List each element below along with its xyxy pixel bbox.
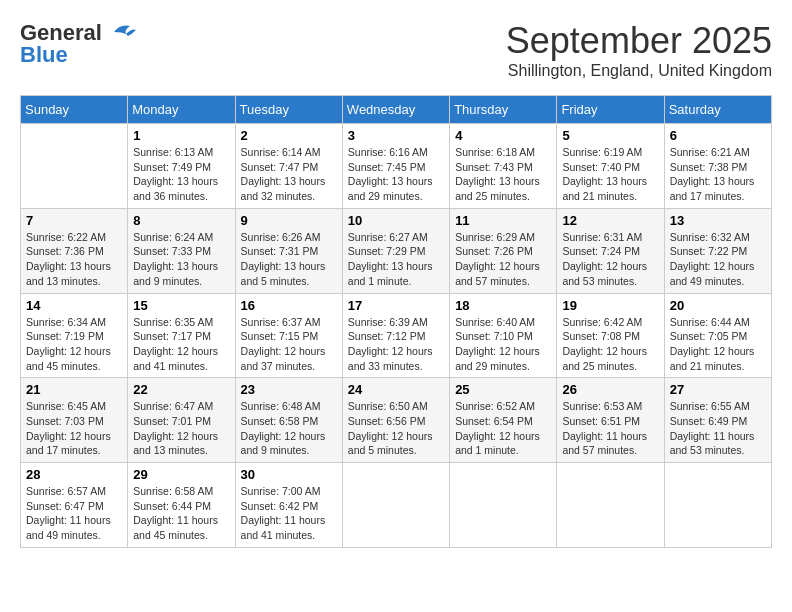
- day-info: Sunrise: 6:16 AMSunset: 7:45 PMDaylight:…: [348, 145, 444, 204]
- calendar-cell: 8Sunrise: 6:24 AMSunset: 7:33 PMDaylight…: [128, 208, 235, 293]
- day-number: 30: [241, 467, 337, 482]
- day-info: Sunrise: 6:39 AMSunset: 7:12 PMDaylight:…: [348, 315, 444, 374]
- day-info: Sunrise: 6:19 AMSunset: 7:40 PMDaylight:…: [562, 145, 658, 204]
- day-info: Sunrise: 6:14 AMSunset: 7:47 PMDaylight:…: [241, 145, 337, 204]
- calendar-week-2: 7Sunrise: 6:22 AMSunset: 7:36 PMDaylight…: [21, 208, 772, 293]
- calendar-cell: 15Sunrise: 6:35 AMSunset: 7:17 PMDayligh…: [128, 293, 235, 378]
- calendar-header-sunday: Sunday: [21, 96, 128, 124]
- day-info: Sunrise: 6:53 AMSunset: 6:51 PMDaylight:…: [562, 399, 658, 458]
- month-title: September 2025: [506, 20, 772, 62]
- day-number: 7: [26, 213, 122, 228]
- calendar-cell: 22Sunrise: 6:47 AMSunset: 7:01 PMDayligh…: [128, 378, 235, 463]
- day-number: 15: [133, 298, 229, 313]
- day-info: Sunrise: 6:44 AMSunset: 7:05 PMDaylight:…: [670, 315, 766, 374]
- day-number: 1: [133, 128, 229, 143]
- calendar-week-5: 28Sunrise: 6:57 AMSunset: 6:47 PMDayligh…: [21, 463, 772, 548]
- calendar-cell: 27Sunrise: 6:55 AMSunset: 6:49 PMDayligh…: [664, 378, 771, 463]
- day-info: Sunrise: 6:27 AMSunset: 7:29 PMDaylight:…: [348, 230, 444, 289]
- day-info: Sunrise: 6:42 AMSunset: 7:08 PMDaylight:…: [562, 315, 658, 374]
- day-number: 18: [455, 298, 551, 313]
- calendar-cell: [450, 463, 557, 548]
- calendar-week-1: 1Sunrise: 6:13 AMSunset: 7:49 PMDaylight…: [21, 124, 772, 209]
- calendar-cell: 10Sunrise: 6:27 AMSunset: 7:29 PMDayligh…: [342, 208, 449, 293]
- logo-blue: Blue: [20, 42, 68, 68]
- calendar-cell: 18Sunrise: 6:40 AMSunset: 7:10 PMDayligh…: [450, 293, 557, 378]
- day-number: 21: [26, 382, 122, 397]
- day-info: Sunrise: 6:45 AMSunset: 7:03 PMDaylight:…: [26, 399, 122, 458]
- calendar-cell: 29Sunrise: 6:58 AMSunset: 6:44 PMDayligh…: [128, 463, 235, 548]
- day-number: 14: [26, 298, 122, 313]
- day-info: Sunrise: 6:47 AMSunset: 7:01 PMDaylight:…: [133, 399, 229, 458]
- calendar-header-friday: Friday: [557, 96, 664, 124]
- calendar-cell: [664, 463, 771, 548]
- calendar-cell: 16Sunrise: 6:37 AMSunset: 7:15 PMDayligh…: [235, 293, 342, 378]
- day-info: Sunrise: 6:52 AMSunset: 6:54 PMDaylight:…: [455, 399, 551, 458]
- calendar-cell: 6Sunrise: 6:21 AMSunset: 7:38 PMDaylight…: [664, 124, 771, 209]
- day-number: 29: [133, 467, 229, 482]
- day-info: Sunrise: 6:29 AMSunset: 7:26 PMDaylight:…: [455, 230, 551, 289]
- calendar-cell: [557, 463, 664, 548]
- calendar-cell: 12Sunrise: 6:31 AMSunset: 7:24 PMDayligh…: [557, 208, 664, 293]
- day-number: 4: [455, 128, 551, 143]
- calendar-cell: 20Sunrise: 6:44 AMSunset: 7:05 PMDayligh…: [664, 293, 771, 378]
- day-number: 12: [562, 213, 658, 228]
- calendar-cell: 19Sunrise: 6:42 AMSunset: 7:08 PMDayligh…: [557, 293, 664, 378]
- day-number: 28: [26, 467, 122, 482]
- calendar-header-thursday: Thursday: [450, 96, 557, 124]
- day-number: 20: [670, 298, 766, 313]
- logo-bird-icon: [104, 22, 136, 44]
- calendar-body: 1Sunrise: 6:13 AMSunset: 7:49 PMDaylight…: [21, 124, 772, 548]
- day-number: 13: [670, 213, 766, 228]
- day-number: 5: [562, 128, 658, 143]
- calendar-cell: 11Sunrise: 6:29 AMSunset: 7:26 PMDayligh…: [450, 208, 557, 293]
- calendar-cell: 5Sunrise: 6:19 AMSunset: 7:40 PMDaylight…: [557, 124, 664, 209]
- day-info: Sunrise: 6:26 AMSunset: 7:31 PMDaylight:…: [241, 230, 337, 289]
- calendar-cell: 3Sunrise: 6:16 AMSunset: 7:45 PMDaylight…: [342, 124, 449, 209]
- day-info: Sunrise: 6:50 AMSunset: 6:56 PMDaylight:…: [348, 399, 444, 458]
- calendar-cell: [342, 463, 449, 548]
- day-number: 19: [562, 298, 658, 313]
- day-info: Sunrise: 6:35 AMSunset: 7:17 PMDaylight:…: [133, 315, 229, 374]
- calendar-week-3: 14Sunrise: 6:34 AMSunset: 7:19 PMDayligh…: [21, 293, 772, 378]
- page-header: General Blue September 2025 Shillington,…: [20, 20, 772, 80]
- calendar-cell: 17Sunrise: 6:39 AMSunset: 7:12 PMDayligh…: [342, 293, 449, 378]
- calendar-header-monday: Monday: [128, 96, 235, 124]
- calendar-table: SundayMondayTuesdayWednesdayThursdayFrid…: [20, 95, 772, 548]
- calendar-cell: 14Sunrise: 6:34 AMSunset: 7:19 PMDayligh…: [21, 293, 128, 378]
- calendar-header-saturday: Saturday: [664, 96, 771, 124]
- day-number: 6: [670, 128, 766, 143]
- day-number: 25: [455, 382, 551, 397]
- calendar-header-row: SundayMondayTuesdayWednesdayThursdayFrid…: [21, 96, 772, 124]
- calendar-cell: 28Sunrise: 6:57 AMSunset: 6:47 PMDayligh…: [21, 463, 128, 548]
- title-section: September 2025 Shillington, England, Uni…: [506, 20, 772, 80]
- location-subtitle: Shillington, England, United Kingdom: [506, 62, 772, 80]
- calendar-cell: 30Sunrise: 7:00 AMSunset: 6:42 PMDayligh…: [235, 463, 342, 548]
- day-info: Sunrise: 6:18 AMSunset: 7:43 PMDaylight:…: [455, 145, 551, 204]
- day-number: 8: [133, 213, 229, 228]
- day-number: 16: [241, 298, 337, 313]
- logo: General Blue: [20, 20, 136, 68]
- day-info: Sunrise: 6:48 AMSunset: 6:58 PMDaylight:…: [241, 399, 337, 458]
- day-info: Sunrise: 6:55 AMSunset: 6:49 PMDaylight:…: [670, 399, 766, 458]
- day-info: Sunrise: 6:24 AMSunset: 7:33 PMDaylight:…: [133, 230, 229, 289]
- day-number: 23: [241, 382, 337, 397]
- day-number: 22: [133, 382, 229, 397]
- day-number: 26: [562, 382, 658, 397]
- day-number: 3: [348, 128, 444, 143]
- calendar-week-4: 21Sunrise: 6:45 AMSunset: 7:03 PMDayligh…: [21, 378, 772, 463]
- day-info: Sunrise: 6:34 AMSunset: 7:19 PMDaylight:…: [26, 315, 122, 374]
- day-number: 27: [670, 382, 766, 397]
- calendar-header-tuesday: Tuesday: [235, 96, 342, 124]
- day-info: Sunrise: 6:40 AMSunset: 7:10 PMDaylight:…: [455, 315, 551, 374]
- day-number: 24: [348, 382, 444, 397]
- calendar-cell: [21, 124, 128, 209]
- calendar-header-wednesday: Wednesday: [342, 96, 449, 124]
- calendar-cell: 25Sunrise: 6:52 AMSunset: 6:54 PMDayligh…: [450, 378, 557, 463]
- day-info: Sunrise: 6:57 AMSunset: 6:47 PMDaylight:…: [26, 484, 122, 543]
- calendar-cell: 2Sunrise: 6:14 AMSunset: 7:47 PMDaylight…: [235, 124, 342, 209]
- calendar-cell: 9Sunrise: 6:26 AMSunset: 7:31 PMDaylight…: [235, 208, 342, 293]
- day-number: 11: [455, 213, 551, 228]
- calendar-cell: 13Sunrise: 6:32 AMSunset: 7:22 PMDayligh…: [664, 208, 771, 293]
- day-info: Sunrise: 6:37 AMSunset: 7:15 PMDaylight:…: [241, 315, 337, 374]
- day-info: Sunrise: 7:00 AMSunset: 6:42 PMDaylight:…: [241, 484, 337, 543]
